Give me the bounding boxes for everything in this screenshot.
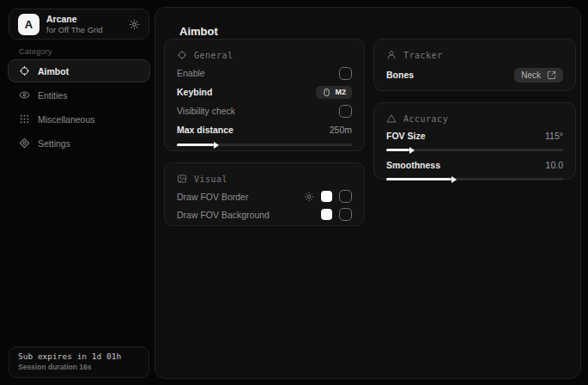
bones-value: Neck: [521, 70, 541, 80]
fov-background-color-swatch[interactable]: [321, 209, 332, 220]
session-duration-text: Session duration 16s: [18, 363, 140, 371]
fov-border-row: Draw FOV Border: [177, 187, 352, 205]
gear-icon[interactable]: [129, 19, 140, 30]
keybind-label: Keybind: [177, 87, 212, 97]
fov-background-checkbox[interactable]: [339, 208, 352, 221]
keybind-value: M2: [335, 88, 346, 96]
max-distance-value: 250m: [330, 125, 352, 135]
gear-icon[interactable]: [304, 192, 314, 202]
fov-background-label: Draw FOV Background: [177, 210, 270, 220]
bones-label: Bones: [386, 70, 414, 80]
main-panel: Aimbot General Enable Keybind M2: [155, 7, 581, 379]
expand-icon: [547, 70, 556, 80]
sidebar-item-aimbot[interactable]: Aimbot: [8, 59, 150, 82]
visibility-check-label: Visibility check: [177, 106, 235, 116]
card-header-visual: Visual: [194, 174, 227, 184]
sidebar-item-entities[interactable]: Entities: [8, 83, 150, 107]
keybind-row: Keybind M2: [177, 82, 352, 101]
max-distance-slider[interactable]: [177, 141, 352, 148]
grid-icon: [19, 113, 30, 125]
app-logo-card: A Arcane for Off The Grid: [9, 9, 149, 40]
category-label: Category: [19, 47, 52, 56]
visibility-check-checkbox[interactable]: [339, 105, 352, 118]
card-general: General Enable Keybind M2 Visibility che…: [164, 39, 365, 151]
app-name: Arcane: [46, 14, 103, 25]
page-title: Aimbot: [179, 25, 218, 38]
triangle-icon: [386, 113, 397, 124]
max-distance-row: Max distance 250m: [177, 120, 352, 139]
enable-row: Enable: [177, 64, 352, 82]
fov-border-label: Draw FOV Border: [177, 192, 248, 202]
max-distance-slider-fill[interactable]: [177, 144, 214, 146]
bones-select-button[interactable]: Neck: [514, 68, 563, 82]
card-visual: Visual Draw FOV Border Draw FOV Backgrou…: [164, 162, 365, 226]
card-accuracy: Accuracy FOV Size 115° Smoothness 10.0: [373, 102, 576, 180]
fov-border-checkbox[interactable]: [339, 190, 352, 203]
card-header-tracker: Tracker: [403, 51, 443, 60]
crosshair-icon: [177, 50, 187, 60]
person-icon: [386, 50, 397, 60]
sidebar-item-label: Miscellaneous: [38, 114, 95, 125]
keybind-badge[interactable]: M2: [316, 86, 352, 99]
fov-size-value: 115°: [545, 131, 563, 141]
card-header-accuracy: Accuracy: [403, 114, 448, 124]
smoothness-label: Smoothness: [386, 160, 440, 170]
smoothness-slider[interactable]: [386, 175, 563, 182]
bones-row: Bones Neck: [386, 64, 563, 86]
fov-border-color-swatch[interactable]: [321, 191, 332, 202]
fov-size-row: FOV Size 115°: [386, 127, 563, 144]
fov-background-row: Draw FOV Background: [177, 205, 352, 223]
fov-size-label: FOV Size: [386, 131, 426, 141]
smoothness-row: Smoothness 10.0: [386, 156, 563, 174]
max-distance-label: Max distance: [177, 125, 233, 135]
sub-expires-text: Sub expires in 1d 01h: [18, 351, 140, 361]
settings-icon: [19, 138, 30, 149]
smoothness-value: 10.0: [546, 160, 563, 170]
mouse-icon: [322, 88, 331, 97]
visibility-check-row: Visibility check: [177, 101, 352, 120]
sidebar-item-label: Settings: [38, 138, 70, 149]
enable-label: Enable: [177, 68, 205, 78]
sidebar-item-miscellaneous[interactable]: Miscellaneous: [8, 107, 150, 131]
image-icon: [177, 174, 187, 184]
card-header-general: General: [194, 51, 233, 60]
fov-size-slider[interactable]: [386, 146, 563, 153]
eye-icon: [19, 89, 30, 101]
app-logo: A: [18, 14, 39, 35]
smoothness-slider-fill[interactable]: [386, 178, 452, 180]
card-tracker: Tracker Bones Neck: [373, 39, 576, 91]
sidebar-item-settings[interactable]: Settings: [8, 131, 150, 155]
subscription-status-box: Sub expires in 1d 01h Session duration 1…: [9, 346, 149, 378]
app-window: A Arcane for Off The Grid Category Aimbo…: [0, 0, 588, 385]
enable-checkbox[interactable]: [339, 67, 352, 80]
app-subtitle: for Off The Grid: [46, 25, 103, 35]
sidebar-item-label: Aimbot: [38, 66, 69, 76]
sidebar-nav: Aimbot Entities Miscellaneous Settings: [8, 59, 150, 155]
sidebar-item-label: Entities: [38, 90, 67, 101]
fov-size-slider-fill[interactable]: [386, 149, 409, 151]
crosshair-icon: [19, 65, 30, 76]
